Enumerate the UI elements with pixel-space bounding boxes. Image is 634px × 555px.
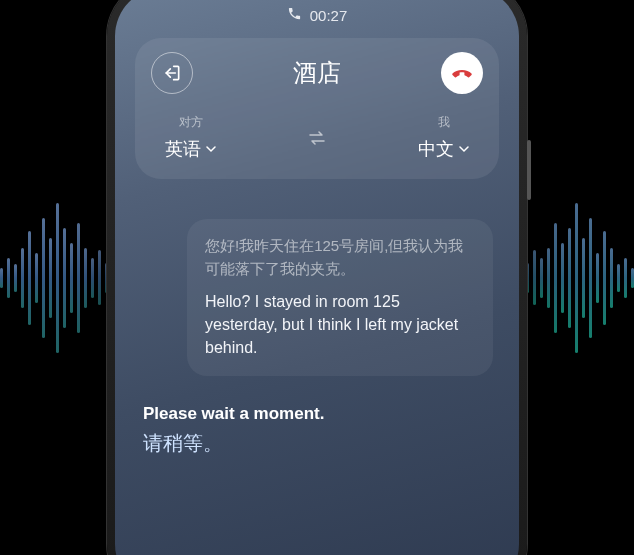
language-me-value: 中文 <box>418 137 454 161</box>
language-other-side-value: 英语 <box>165 137 201 161</box>
call-status-bar: 00:27 <box>135 6 499 24</box>
phone-side-button <box>527 140 531 200</box>
outgoing-translated-text: Please wait a moment. <box>143 404 491 424</box>
language-other-side[interactable]: 对方 英语 <box>165 114 216 161</box>
incoming-original-text: 您好!我昨天住在125号房间,但我认为我可能落下了我的夹克。 <box>205 235 475 280</box>
hangup-icon <box>450 61 474 85</box>
soundwave-right <box>526 203 634 353</box>
language-me[interactable]: 我 中文 <box>418 114 469 161</box>
language-other-side-label: 对方 <box>179 114 203 131</box>
incoming-message: 您好!我昨天住在125号房间,但我认为我可能落下了我的夹克。 Hello? I … <box>187 219 493 376</box>
call-title: 酒店 <box>293 57 341 89</box>
exit-icon <box>162 63 182 83</box>
phone-frame: 00:27 酒店 对方 英语 <box>107 0 527 555</box>
incoming-translated-text: Hello? I stayed in room 125 yesterday, b… <box>205 290 475 360</box>
swap-languages-button[interactable] <box>303 124 331 152</box>
language-row: 对方 英语 我 中文 <box>151 114 483 161</box>
swap-icon <box>308 131 326 145</box>
chevron-down-icon <box>459 144 469 154</box>
screen: 00:27 酒店 对方 英语 <box>115 0 519 555</box>
hangup-button[interactable] <box>441 52 483 94</box>
phone-icon <box>287 6 302 24</box>
language-me-label: 我 <box>438 114 450 131</box>
header-card: 酒店 对方 英语 我 <box>135 38 499 179</box>
messages-area: 您好!我昨天住在125号房间,但我认为我可能落下了我的夹克。 Hello? I … <box>135 219 499 457</box>
chevron-down-icon <box>206 144 216 154</box>
outgoing-original-text: 请稍等。 <box>143 430 491 457</box>
call-duration: 00:27 <box>310 7 348 24</box>
soundwave-left <box>0 203 108 353</box>
outgoing-message: Please wait a moment. 请稍等。 <box>141 404 493 457</box>
exit-button[interactable] <box>151 52 193 94</box>
